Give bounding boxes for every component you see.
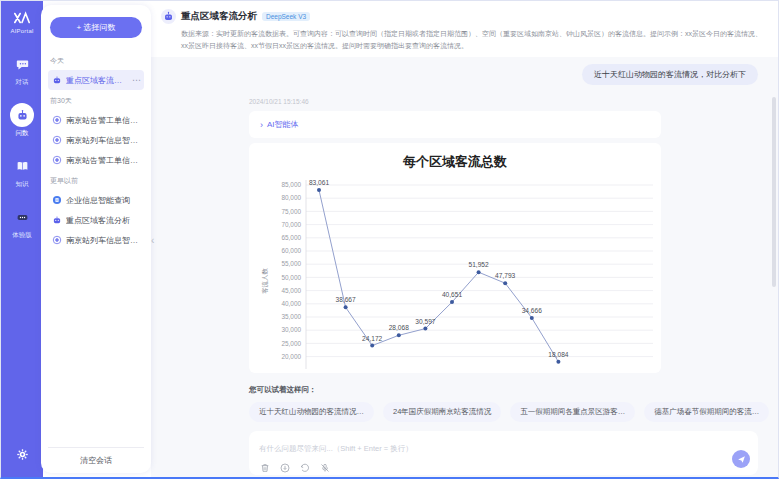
svg-text:65,000: 65,000 bbox=[281, 234, 301, 241]
agent-circle-icon bbox=[52, 155, 62, 165]
suggestions-label: 您可以试着这样问： bbox=[249, 385, 758, 395]
conversation-label: 南京站列车信息智能查询 bbox=[66, 135, 140, 146]
rail-item-knowledge[interactable]: 知识 bbox=[10, 154, 34, 189]
svg-text:40,000: 40,000 bbox=[281, 300, 301, 307]
section-title-last30: 前30天 bbox=[50, 96, 142, 106]
svg-text:75,000: 75,000 bbox=[281, 208, 301, 215]
svg-text:85,000: 85,000 bbox=[281, 181, 301, 188]
agent-steps-collapser[interactable]: › AI智能体 bbox=[249, 111, 661, 138]
new-ask-button[interactable]: + 选择问数 bbox=[50, 17, 142, 38]
conversation-item-active[interactable]: 重点区域客流分析 ⋯ bbox=[48, 70, 144, 90]
ask-data-icon bbox=[10, 103, 34, 127]
svg-text:55,000: 55,000 bbox=[281, 260, 301, 267]
svg-text:30,000: 30,000 bbox=[281, 326, 301, 333]
app-window: AIPortal 对话 问数 知识 体验版 bbox=[0, 0, 779, 479]
section-title-earlier: 更早以前 bbox=[50, 176, 142, 186]
rail-item-label: 体验版 bbox=[12, 231, 32, 240]
conversation-item[interactable]: 重点区域客流分析 bbox=[48, 210, 144, 230]
rail-item-label: 问数 bbox=[16, 129, 29, 138]
svg-text:24,172: 24,172 bbox=[362, 335, 383, 342]
clear-session-button[interactable]: 清空会话 bbox=[48, 447, 144, 473]
suggestion-chips: 近十天红山动物园的客流情况… 24年国庆假期南京站客流情况 五一假期期间各重点景… bbox=[249, 402, 758, 422]
conversation-item[interactable]: 南京站列车信息智能查询 bbox=[48, 230, 144, 250]
suggestion-chip[interactable]: 近十天红山动物园的客流情况… bbox=[249, 402, 374, 422]
svg-text:28,068: 28,068 bbox=[389, 324, 410, 331]
app-logo: AIPortal bbox=[11, 11, 34, 34]
conversation-sidebar: + 选择问数 今天 重点区域客流分析 ⋯ 前30天 南京站告警工单信息查询 南京… bbox=[41, 5, 151, 473]
agent-header: 重点区域客流分析 DeepSeek V3 数据来源：实时更新的客流数据表。可查询… bbox=[151, 1, 778, 57]
svg-text:47,793: 47,793 bbox=[495, 272, 516, 279]
conversation-item[interactable]: 企业信息智能查询 bbox=[48, 190, 144, 210]
user-message-bubble: 近十天红山动物园的客流情况，对比分析下 bbox=[582, 64, 758, 85]
svg-text:38,667: 38,667 bbox=[336, 296, 357, 303]
svg-text:客流人数: 客流人数 bbox=[261, 268, 269, 294]
conversation-label: 南京站告警工单信息查询 bbox=[66, 155, 140, 166]
svg-text:25,000: 25,000 bbox=[281, 340, 301, 347]
logo-icon bbox=[13, 11, 31, 25]
conversation-label: 企业信息智能查询 bbox=[66, 195, 140, 206]
svg-text:80,000: 80,000 bbox=[281, 194, 301, 201]
svg-text:30,597: 30,597 bbox=[415, 318, 436, 325]
agent-description: 数据来源：实时更新的客流数据表。可查询内容：可以查询时间（指定日期或者指定日期范… bbox=[161, 28, 764, 51]
trial-badge-icon bbox=[10, 205, 34, 229]
logo-text: AIPortal bbox=[11, 28, 34, 34]
message-input[interactable] bbox=[259, 444, 699, 453]
mic-off-icon[interactable] bbox=[319, 462, 330, 473]
conversation-item[interactable]: 南京站列车信息智能查询 bbox=[48, 130, 144, 150]
settings-gear-icon[interactable] bbox=[16, 447, 29, 465]
conversation-more-icon[interactable]: ⋯ bbox=[132, 75, 140, 85]
svg-text:83,061: 83,061 bbox=[309, 179, 330, 186]
send-button[interactable] bbox=[732, 450, 750, 468]
download-circle-icon[interactable] bbox=[279, 462, 290, 473]
agent-circle-icon bbox=[52, 115, 62, 125]
suggestion-chip[interactable]: 五一假期期间各重点景区游客… bbox=[510, 402, 635, 422]
message-input-card bbox=[249, 431, 758, 475]
conversation-label: 南京站告警工单信息查询 bbox=[66, 115, 140, 126]
conversation-item[interactable]: 南京站告警工单信息查询 bbox=[48, 110, 144, 130]
svg-text:50,000: 50,000 bbox=[281, 274, 301, 281]
nav-rail: AIPortal 对话 问数 知识 体验版 bbox=[1, 1, 43, 477]
svg-text:45,000: 45,000 bbox=[281, 287, 301, 294]
rail-item-label: 对话 bbox=[16, 78, 29, 87]
chart-card: 每个区域客流总数 85,00080,00075,00070,00065,0006… bbox=[249, 143, 661, 373]
rail-item-ask-data[interactable]: 问数 bbox=[10, 103, 34, 138]
rail-item-chat[interactable]: 对话 bbox=[10, 52, 34, 87]
sidebar-collapse-handle[interactable]: ‹ bbox=[151, 235, 154, 246]
svg-text:20,000: 20,000 bbox=[281, 353, 301, 360]
chat-area: 近十天红山动物园的客流情况，对比分析下 2024/10/21 15:15:46 … bbox=[151, 57, 778, 477]
main-panel: 重点区域客流分析 DeepSeek V3 数据来源：实时更新的客流数据表。可查询… bbox=[151, 1, 778, 477]
agent-avatar bbox=[161, 9, 176, 24]
svg-text:34,666: 34,666 bbox=[522, 307, 543, 314]
trash-icon[interactable] bbox=[259, 462, 270, 473]
undo-icon[interactable] bbox=[299, 462, 310, 473]
chat-scrollbar[interactable] bbox=[772, 97, 776, 287]
svg-text:18,084: 18,084 bbox=[548, 351, 569, 358]
svg-text:35,000: 35,000 bbox=[281, 313, 301, 320]
suggestion-chip[interactable]: 德基广场春节假期期间的客流… bbox=[644, 402, 769, 422]
paper-plane-icon bbox=[737, 455, 746, 464]
suggestion-chip[interactable]: 24年国庆假期南京站客流情况 bbox=[383, 402, 501, 422]
conversation-item[interactable]: 南京站告警工单信息查询 bbox=[48, 150, 144, 170]
chevron-right-icon: › bbox=[260, 120, 263, 130]
rail-item-label: 知识 bbox=[16, 180, 29, 189]
message-timestamp: 2024/10/21 15:15:46 bbox=[249, 98, 758, 105]
robot-icon bbox=[52, 75, 62, 85]
rail-item-trial[interactable]: 体验版 bbox=[10, 205, 34, 240]
agent-circle-icon bbox=[52, 235, 62, 245]
conversation-label: 重点区域客流分析 bbox=[66, 75, 128, 86]
section-title-today: 今天 bbox=[50, 56, 142, 66]
chart-title: 每个区域客流总数 bbox=[251, 153, 659, 171]
svg-text:51,952: 51,952 bbox=[469, 261, 490, 268]
enterprise-icon bbox=[52, 195, 62, 205]
model-badge: DeepSeek V3 bbox=[262, 12, 310, 21]
page-title: 重点区域客流分析 bbox=[181, 10, 257, 23]
conversation-label: 南京站列车信息智能查询 bbox=[66, 235, 140, 246]
conversation-label: 重点区域客流分析 bbox=[66, 215, 140, 226]
visitor-line-chart: 85,00080,00075,00070,00065,00060,00055,0… bbox=[251, 173, 659, 369]
knowledge-icon bbox=[10, 154, 34, 178]
robot-icon bbox=[52, 215, 62, 225]
svg-text:40,651: 40,651 bbox=[442, 291, 463, 298]
chat-icon bbox=[10, 52, 34, 76]
svg-text:60,000: 60,000 bbox=[281, 247, 301, 254]
agent-steps-label: AI智能体 bbox=[267, 119, 299, 130]
